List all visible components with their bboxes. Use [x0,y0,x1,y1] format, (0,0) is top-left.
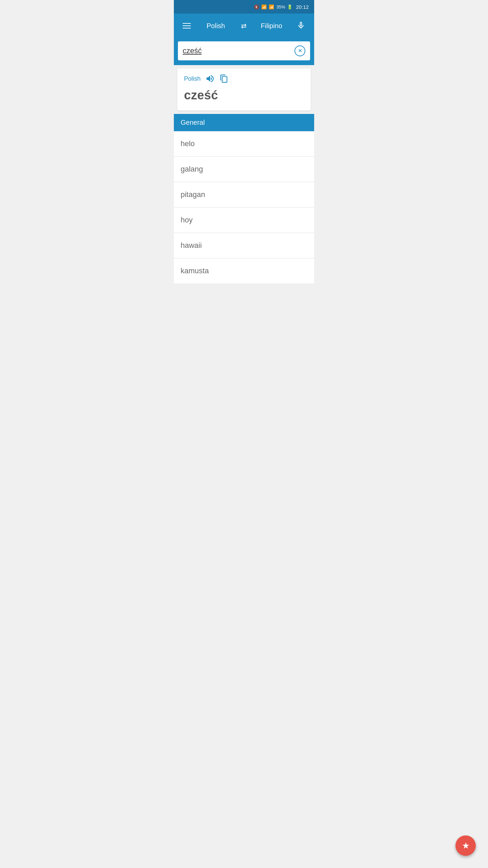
translation-list: helogalangpitaganhoyhawaiikamusta [174,131,314,283]
list-item-text: hawaii [181,241,202,250]
list-item-text: pitagan [181,190,205,199]
list-item[interactable]: helo [174,131,314,157]
source-language[interactable]: Polish [194,22,238,30]
list-item[interactable]: hawaii [174,233,314,258]
list-item-text: kamusta [181,267,209,275]
app-bar: Polish ⇄ Filipino [174,14,314,38]
clear-button[interactable] [294,45,305,56]
list-item[interactable]: galang [174,157,314,182]
menu-icon-line2 [183,25,191,26]
copy-icon [220,74,228,83]
target-language[interactable]: Filipino [249,22,294,30]
status-bar: 🔇 📶 📶 35% 🔋 20:12 [174,0,314,14]
wifi-icon: 📶 [261,4,267,9]
copy-button[interactable] [220,74,228,83]
clock: 20:12 [296,4,309,10]
menu-icon-line1 [183,23,191,24]
status-icons: 🔇 📶 📶 35% 🔋 20:12 [254,4,309,10]
speaker-button[interactable] [205,74,215,83]
card-header: Polish [184,74,304,83]
battery-level: 35% [276,4,285,9]
list-item-text: hoy [181,216,192,224]
search-container [174,38,314,65]
list-item[interactable]: pitagan [174,182,314,208]
section-header: General [174,114,314,131]
list-item[interactable]: kamusta [174,258,314,283]
list-item[interactable]: hoy [174,208,314,233]
swap-languages-button[interactable]: ⇄ [238,19,249,33]
menu-button[interactable] [180,20,194,31]
card-language-label: Polish [184,75,201,82]
list-item-text: galang [181,165,203,173]
mic-button[interactable] [294,18,308,34]
swap-icon: ⇄ [241,22,247,29]
list-item-text: helo [181,139,195,148]
battery-icon: 🔋 [287,4,292,9]
translated-word: cześć [184,88,304,102]
speaker-icon [205,74,215,83]
menu-icon-line3 [183,28,191,28]
search-input-wrapper [178,41,310,60]
mute-icon: 🔇 [254,4,259,9]
search-input[interactable] [183,46,294,55]
signal-icon: 📶 [269,4,274,9]
translation-card: Polish cześć [177,68,311,111]
section-label: General [181,119,205,126]
microphone-icon [297,21,305,30]
